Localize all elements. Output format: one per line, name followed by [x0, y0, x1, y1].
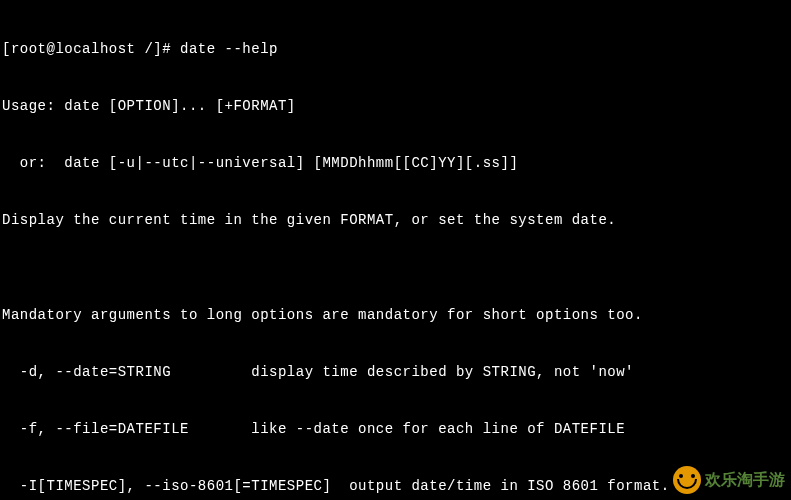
- terminal-line: -f, --file=DATEFILE like --date once for…: [2, 420, 789, 439]
- terminal-line: Display the current time in the given FO…: [2, 211, 789, 230]
- terminal-line: or: date [-u|--utc|--universal] [MMDDhhm…: [2, 154, 789, 173]
- terminal-line: Usage: date [OPTION]... [+FORMAT]: [2, 97, 789, 116]
- terminal-line: [root@localhost /]# date --help: [2, 40, 789, 59]
- smiley-icon: [673, 466, 701, 494]
- terminal-line: -I[TIMESPEC], --iso-8601[=TIMESPEC] outp…: [2, 477, 789, 496]
- terminal-line: -d, --date=STRING display time described…: [2, 363, 789, 382]
- terminal-line: Mandatory arguments to long options are …: [2, 306, 789, 325]
- watermark-text: 欢乐淘手游: [705, 470, 785, 491]
- watermark: 欢乐淘手游: [673, 466, 785, 494]
- terminal-output: [root@localhost /]# date --help Usage: d…: [0, 0, 791, 500]
